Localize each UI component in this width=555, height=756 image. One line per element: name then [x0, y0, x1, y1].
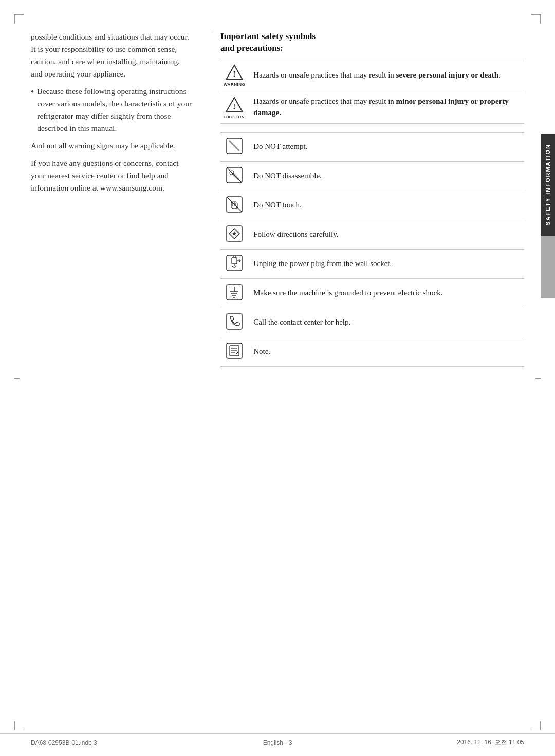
- text-cell-warning: Hazards or unsafe practices that may res…: [248, 59, 524, 91]
- footer-left: DA68-02953B-01.indb 3: [31, 739, 97, 746]
- warning-icon: !: [225, 63, 244, 82]
- corner-mark-tl: [14, 14, 24, 24]
- table-row-caution: ! CAUTION Hazards or unsafe practices th…: [220, 91, 524, 123]
- bullet-text-1: Because these following operating instru…: [37, 85, 193, 135]
- ground-icon: [225, 283, 244, 301]
- svg-text:★: ★: [231, 230, 237, 237]
- footer-right: 2016. 12. 16. 오전 11:05: [457, 738, 524, 747]
- main-content: possible conditions and situations that …: [31, 31, 524, 715]
- svg-rect-27: [227, 314, 242, 329]
- bullet-item-1: • Because these following operating inst…: [31, 85, 193, 135]
- table-row-no-disassemble: Do NOT disassemble.: [220, 161, 524, 191]
- svg-line-11: [227, 197, 242, 212]
- side-mark-left: [14, 378, 20, 379]
- text-cell-note: Note.: [248, 337, 524, 366]
- text-cell-caution: Hazards or unsafe practices that may res…: [248, 91, 524, 123]
- icon-cell-no-attempt: [220, 132, 248, 161]
- symbol-table: ! WARNING Hazards or unsafe practices th…: [220, 59, 524, 367]
- right-column: SAFETY INFORMATION Important safety symb…: [210, 31, 524, 715]
- footer: DA68-02953B-01.indb 3 English - 3 2016. …: [0, 733, 555, 747]
- safety-tab-label: SAFETY INFORMATION: [545, 144, 551, 225]
- title-line1: Important safety symbols: [220, 31, 316, 41]
- warning-bold-text: severe personal injury or death.: [396, 71, 501, 79]
- caution-label: CAUTION: [224, 115, 245, 119]
- table-row-ground: Make sure the machine is grounded to pre…: [220, 278, 524, 308]
- svg-line-5: [229, 141, 239, 151]
- section-title: Important safety symbols and precautions…: [220, 31, 524, 54]
- note-icon: [225, 342, 244, 360]
- icon-cell-note: [220, 337, 248, 366]
- table-row-note: Note.: [220, 337, 524, 366]
- svg-text:!: !: [233, 102, 235, 111]
- text-cell-follow-directions: Follow directions carefully.: [248, 220, 524, 249]
- corner-mark-br: [531, 721, 541, 730]
- text-cell-unplug: Unplug the power plug from the wall sock…: [248, 249, 524, 278]
- caution-icon: !: [225, 96, 244, 114]
- page: possible conditions and situations that …: [0, 0, 555, 756]
- text-cell-no-touch: Do NOT touch.: [248, 191, 524, 220]
- icon-cell-no-touch: [220, 191, 248, 220]
- corner-mark-bl: [14, 721, 24, 730]
- table-row-call-center: Call the contact center for help.: [220, 308, 524, 337]
- spacer-row: [220, 123, 524, 132]
- icon-cell-follow-directions: ★: [220, 220, 248, 249]
- safety-tab: SAFETY INFORMATION: [541, 134, 555, 236]
- svg-rect-16: [232, 258, 237, 264]
- text-cell-call-center: Call the contact center for help.: [248, 308, 524, 337]
- safety-tab-gray: [541, 236, 555, 298]
- side-mark-right: [535, 378, 541, 379]
- table-row-warning: ! WARNING Hazards or unsafe practices th…: [220, 59, 524, 91]
- bullet-dot: •: [31, 86, 34, 98]
- left-paragraph-1: possible conditions and situations that …: [31, 31, 193, 80]
- table-row-no-attempt: Do NOT attempt.: [220, 132, 524, 161]
- svg-line-9: [227, 168, 242, 182]
- table-row-unplug: Unplug the power plug from the wall sock…: [220, 249, 524, 278]
- icon-cell-ground: [220, 278, 248, 308]
- do-not-attempt-icon: [225, 137, 244, 155]
- corner-mark-tr: [531, 14, 541, 24]
- follow-directions-icon: ★: [225, 224, 244, 243]
- call-center-icon: [225, 312, 244, 331]
- icon-cell-warning: ! WARNING: [220, 59, 248, 91]
- title-line2: and precautions:: [220, 43, 283, 53]
- svg-rect-29: [230, 346, 239, 356]
- icon-cell-no-disassemble: [220, 161, 248, 191]
- do-not-touch-icon: [225, 195, 244, 214]
- text-cell-no-attempt: Do NOT attempt.: [248, 132, 524, 161]
- text-cell-ground: Make sure the machine is grounded to pre…: [248, 278, 524, 308]
- left-column: possible conditions and situations that …: [31, 31, 206, 715]
- unplug-icon: [225, 254, 244, 272]
- svg-line-33: [236, 352, 238, 354]
- icon-cell-unplug: [220, 249, 248, 278]
- table-row-no-touch: Do NOT touch.: [220, 191, 524, 220]
- caution-bold-text: minor personal injury or property damage…: [253, 97, 509, 117]
- left-paragraph-3: If you have any questions or concerns, c…: [31, 157, 193, 194]
- footer-center: English - 3: [263, 739, 292, 746]
- table-row-follow-directions: ★ Follow directions carefully.: [220, 220, 524, 249]
- do-not-disassemble-icon: [225, 166, 244, 184]
- icon-cell-caution: ! CAUTION: [220, 91, 248, 123]
- icon-cell-call-center: [220, 308, 248, 337]
- caution-icon-wrap: ! CAUTION: [224, 96, 245, 119]
- svg-text:!: !: [233, 70, 235, 79]
- text-cell-no-disassemble: Do NOT disassemble.: [248, 161, 524, 191]
- warning-icon-wrap: ! WARNING: [224, 63, 245, 87]
- warning-label: WARNING: [224, 82, 245, 87]
- left-paragraph-2: And not all warning signs may be applica…: [31, 140, 193, 152]
